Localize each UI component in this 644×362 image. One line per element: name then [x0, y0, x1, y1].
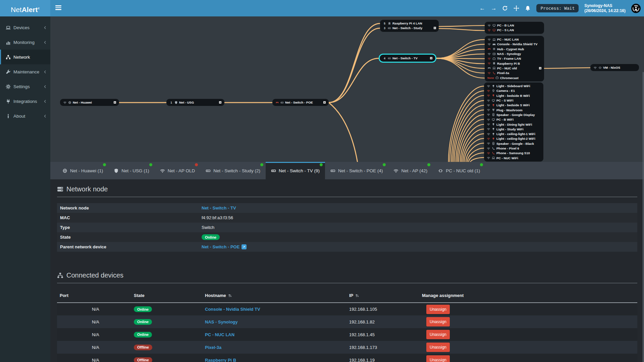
external-link-icon[interactable]	[241, 244, 247, 249]
sidebar-item-network[interactable]: Network	[0, 50, 50, 64]
connector-handle[interactable]	[219, 101, 221, 104]
detail-link[interactable]: Net - Switch - POE	[202, 244, 239, 249]
node-row-light-dining-light-wifi[interactable]: Light - Dining light WiFi	[487, 122, 541, 127]
table-header-row: Port State Hostname IP Manage assignment	[57, 290, 637, 303]
node-row-pixel-3a[interactable]: Pixel-3a	[487, 71, 541, 75]
page-scrollbar[interactable]	[643, 72, 644, 362]
node-row-vm-nixos[interactable]: VM - NixOS	[593, 65, 636, 70]
node-net-switch-tv[interactable]: 4Net - Switch - TV	[379, 54, 436, 63]
node-row-phone-pixel-6[interactable]: Phone - Pixel 6	[487, 146, 541, 150]
tab-label: Net - Switch - TV (9)	[279, 168, 320, 173]
avatar[interactable]	[631, 4, 641, 13]
sort-icon[interactable]	[228, 294, 232, 298]
sort-icon[interactable]	[355, 294, 359, 298]
node-row-light-bedside-b-wifi[interactable]: Light - bedside B WiFi	[487, 93, 541, 98]
tab-net-switch-tv-9[interactable]: Net - Switch - TV (9)	[266, 162, 325, 179]
notifications-bell-icon[interactable]	[525, 5, 531, 11]
unassign-button[interactable]: Unassign	[426, 330, 450, 339]
hostname-link[interactable]: NAS - Synology	[205, 319, 238, 324]
node-net-switch-poe[interactable]: Net - Switch - POE	[272, 99, 329, 106]
node-row-raspberry-pi-b[interactable]: Raspberry Pi B	[487, 61, 541, 66]
tab-net-ap-old[interactable]: Net - AP OLD	[155, 162, 201, 179]
node-row-pc-s-wifi[interactable]: PC - S WiFi	[487, 98, 541, 103]
sidebar-item-settings[interactable]: Settings	[0, 79, 50, 94]
hostname-link[interactable]: Console - Nvidia Shield TV	[205, 307, 260, 312]
column-header-state[interactable]: State	[131, 290, 202, 303]
node-row-pc-s-lan[interactable]: PC - S LAN	[487, 28, 541, 33]
unassign-button[interactable]: Unassign	[426, 355, 450, 362]
tab-net-switch-poe-4[interactable]: Net - Switch - POE (4)	[325, 162, 388, 179]
nav-forward-icon[interactable]: →	[491, 5, 496, 11]
tab-net-huawei-1[interactable]: Net - Huawei (1)	[57, 162, 108, 179]
node-row-net-switch-tv[interactable]: 4Net - Switch - TV	[383, 56, 432, 61]
unassign-button[interactable]: Unassign	[426, 343, 450, 352]
node-row-light-ceiling-light-1-wifi[interactable]: Light - ceiling-light-1 WiFi	[487, 131, 541, 136]
column-header-ip[interactable]: IP	[346, 290, 419, 303]
connector-handle[interactable]	[434, 27, 436, 29]
connector-handle[interactable]	[323, 101, 326, 104]
node-row-speaker-google-display[interactable]: Speaker - Google Display	[487, 112, 541, 117]
sidebar-item-about[interactable]: About	[0, 109, 50, 123]
node-row-hub-cygnet-hub[interactable]: Hub - Cygnet Hub	[487, 47, 541, 51]
detail-link[interactable]: Net - Switch - TV	[202, 205, 236, 210]
sidebar-item-monitoring[interactable]: Monitoring	[0, 35, 50, 50]
unassign-button[interactable]: Unassign	[426, 305, 450, 314]
node-row-net-switch-study[interactable]: 3Net - Switch - Study	[383, 26, 436, 31]
node-ap-children-group[interactable]: Light - Sideboard WiFiCamera - E1Light -…	[484, 82, 543, 162]
node-row-light-study-wifi[interactable]: Light - Study WiFi	[487, 127, 541, 131]
node-row-chromecast[interactable]: NoneChromecast	[487, 75, 541, 80]
node-study-group[interactable]: 5Raspberry Pi 4 LAN3Net - Switch - Study	[380, 20, 439, 32]
hostname-link[interactable]: Raspberry Pi B	[205, 358, 236, 362]
eth-icon	[487, 66, 491, 70]
node-row-light-sideboard-wifi[interactable]: Light - Sideboard WiFi	[487, 84, 541, 88]
move-icon[interactable]	[514, 5, 519, 11]
node-row-pc-b-lan[interactable]: PC - B LAN	[487, 23, 541, 28]
tab-net-usg-1[interactable]: Net - USG (1)	[108, 162, 155, 179]
wifi-icon	[487, 28, 491, 32]
node-row-raspberry-pi-4-lan[interactable]: 5Raspberry Pi 4 LAN	[383, 21, 436, 26]
column-header-port[interactable]: Port	[57, 290, 131, 303]
column-header-hostname[interactable]: Hostname	[202, 290, 346, 303]
connector-handle[interactable]	[430, 57, 432, 59]
hostname-link[interactable]: PC - NUC LAN	[205, 332, 234, 337]
refresh-icon[interactable]	[502, 5, 508, 11]
status-dot	[195, 163, 198, 166]
connector-handle[interactable]	[539, 67, 541, 69]
nav-back-icon[interactable]: ←	[479, 5, 485, 11]
node-tv-children-group[interactable]: PC - NUC LANConsole - Nvidia Shield TVHu…	[485, 36, 544, 81]
node-row-net-usg[interactable]: 1Net - USG	[169, 100, 221, 105]
node-row-phone-samsung-s10[interactable]: Phone - Samsung S10	[487, 151, 541, 156]
network-diagram[interactable]: Net - Huawei1Net - USGNet - Switch - POE…	[50, 16, 644, 162]
node-row-pc-nuc-wifi[interactable]: PC - NUC WiFi	[487, 156, 541, 160]
node-row-light-bedside-s-wifi[interactable]: Light - bedside S WiFi	[487, 103, 541, 108]
wifi-icon	[487, 137, 490, 140]
unassign-button[interactable]: Unassign	[426, 317, 450, 326]
sidebar-item-devices[interactable]: Devices	[0, 20, 50, 35]
node-lan-group[interactable]: PC - B LANPC - S LAN	[485, 22, 544, 34]
node-row-net-huawei[interactable]: Net - Huawei	[63, 100, 116, 105]
status-dot	[427, 163, 430, 166]
node-row-tv-frame-lan[interactable]: TV - Frame LAN	[487, 56, 541, 61]
tab-pc-nuc-old-1[interactable]: PC - NUC old (1)	[433, 162, 485, 179]
node-row-net-switch-poe[interactable]: Net - Switch - POE	[275, 100, 326, 105]
node-row-pc-nuc-lan[interactable]: PC - NUC LAN	[487, 37, 541, 42]
sidebar-toggle-button[interactable]	[55, 5, 61, 11]
node-row-plug-washroom[interactable]: Plug - Washroom	[487, 108, 541, 112]
node-row-light-ceiling-light-2-wifi[interactable]: Light - ceiling-light-2 WiFi	[487, 136, 541, 141]
node-row-nas-synology[interactable]: NAS - Synology	[487, 51, 541, 56]
tab-net-switch-study-2[interactable]: Net - Switch - Study (2)	[200, 162, 266, 179]
connector-handle[interactable]	[114, 101, 116, 104]
sidebar-item-label: About	[13, 114, 43, 119]
node-vm-nixos[interactable]: VM - NixOS	[590, 64, 639, 71]
tab-net-ap-42[interactable]: Net - AP (42)	[388, 162, 433, 179]
sidebar-item-maintenance[interactable]: Maintenance	[0, 64, 50, 79]
node-row-console-nvidia-shield-tv[interactable]: Console - Nvidia Shield TV	[487, 42, 541, 47]
sidebar-item-integrations[interactable]: Integrations	[0, 94, 50, 109]
node-row-pc-nuc-old[interactable]: PC - NUC old	[487, 66, 541, 70]
node-row-speaker-google-black[interactable]: Speaker - Google - Black	[487, 141, 541, 146]
node-net-usg[interactable]: 1Net - USG	[166, 99, 224, 106]
node-row-camera-e1[interactable]: Camera - E1	[487, 88, 541, 93]
hostname-link[interactable]: Pixel-3a	[205, 345, 221, 350]
node-row-pc-b-wifi[interactable]: PC - B WiFi	[487, 117, 541, 122]
node-net-huawei[interactable]: Net - Huawei	[60, 99, 119, 106]
